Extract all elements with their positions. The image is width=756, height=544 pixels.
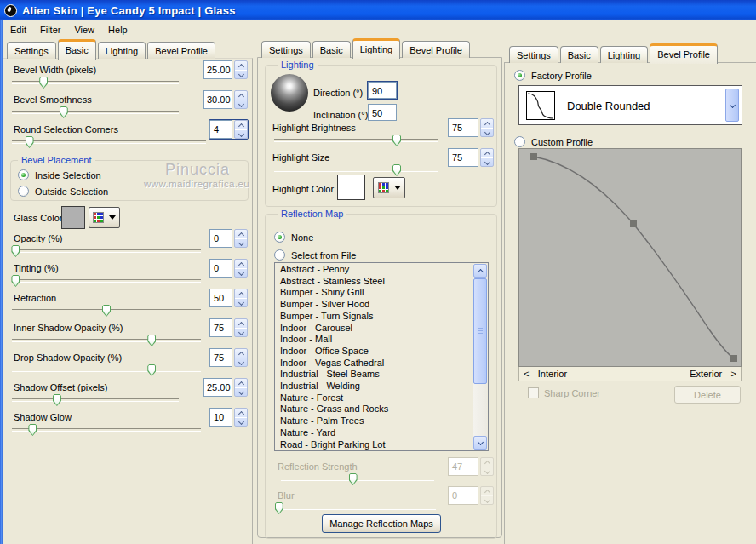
highlight-brightness-spinner[interactable]: 75 bbox=[448, 118, 494, 137]
highlight-color-picker-button[interactable] bbox=[373, 177, 405, 198]
list-scrollbar[interactable] bbox=[473, 264, 487, 450]
reflection-map-item[interactable]: Indoor - Vegas Cathedral bbox=[275, 358, 488, 369]
spin-down-icon[interactable] bbox=[235, 268, 247, 278]
highlight-color-swatch[interactable] bbox=[337, 175, 365, 200]
light-direction-ball[interactable] bbox=[271, 74, 308, 112]
menu-view[interactable]: View bbox=[67, 23, 101, 37]
glass-color-swatch[interactable] bbox=[61, 206, 85, 229]
scroll-up-icon[interactable] bbox=[473, 264, 487, 278]
highlight-size-slider-thumb[interactable] bbox=[392, 164, 401, 176]
reflection-none-radio[interactable] bbox=[274, 232, 285, 243]
right-tab-basic[interactable]: Basic bbox=[560, 46, 598, 63]
inside-selection-radio[interactable] bbox=[18, 169, 29, 180]
spin-down-icon[interactable] bbox=[235, 129, 247, 139]
highlight-brightness-slider[interactable] bbox=[274, 139, 438, 142]
round-corners-value[interactable]: 4 bbox=[209, 120, 232, 139]
spin-up-icon[interactable] bbox=[235, 319, 247, 328]
inner-shadow-slider-thumb[interactable] bbox=[147, 335, 156, 346]
bevel-width-spinner[interactable]: 25.00 bbox=[203, 60, 248, 79]
reflection-map-item[interactable]: Nature - Grass and Rocks bbox=[275, 404, 488, 415]
spin-up-icon[interactable] bbox=[235, 230, 247, 238]
dropdown-chevron-icon[interactable] bbox=[725, 89, 739, 122]
spin-down-icon[interactable] bbox=[235, 387, 247, 397]
shadow-glow-slider-thumb[interactable] bbox=[28, 424, 37, 436]
spin-down-icon[interactable] bbox=[481, 128, 493, 137]
reflection-map-item[interactable]: Industrial - Welding bbox=[275, 381, 488, 392]
scroll-down-icon[interactable] bbox=[473, 436, 487, 450]
reflection-map-item[interactable]: Bumper - Silver Hood bbox=[275, 299, 488, 311]
highlight-size-slider[interactable] bbox=[274, 169, 438, 172]
reflection-map-item[interactable]: Nature - Yard bbox=[275, 427, 488, 439]
spin-down-icon[interactable] bbox=[235, 417, 247, 427]
reflection-map-item[interactable]: Nature - Forest bbox=[275, 392, 488, 404]
reflection-map-item[interactable]: Bumper - Turn Signals bbox=[275, 311, 488, 323]
glass-color-picker-button[interactable] bbox=[89, 207, 120, 228]
tinting-spinner[interactable]: 0 bbox=[209, 259, 248, 278]
reflection-map-item[interactable]: Indoor - Mall bbox=[275, 334, 488, 346]
shadow-offset-spinner[interactable]: 25.00 bbox=[203, 378, 248, 397]
spin-up-icon[interactable] bbox=[235, 121, 247, 129]
right-tab-settings[interactable]: Settings bbox=[509, 46, 558, 63]
spin-up-icon[interactable] bbox=[235, 61, 247, 70]
opacity-spinner[interactable]: 0 bbox=[209, 229, 248, 248]
opacity-slider-thumb[interactable] bbox=[11, 245, 20, 257]
spin-up-icon[interactable] bbox=[235, 289, 247, 298]
bevel-width-slider[interactable] bbox=[12, 81, 179, 84]
refraction-value[interactable]: 50 bbox=[209, 289, 232, 307]
spin-up-icon[interactable] bbox=[235, 91, 247, 100]
bevel-smoothness-slider[interactable] bbox=[12, 111, 179, 114]
drop-shadow-spinner[interactable]: 75 bbox=[209, 348, 248, 367]
tinting-slider-thumb[interactable] bbox=[11, 275, 20, 287]
menu-help[interactable]: Help bbox=[101, 23, 135, 37]
inclination-input[interactable]: 50 bbox=[368, 104, 397, 121]
reflection-map-item[interactable]: Abstract - Stainless Steel bbox=[275, 276, 488, 288]
outside-selection-radio[interactable] bbox=[18, 186, 29, 197]
refraction-slider-thumb[interactable] bbox=[102, 305, 111, 317]
opacity-value[interactable]: 0 bbox=[209, 229, 232, 248]
custom-profile-radio[interactable] bbox=[514, 136, 525, 147]
middle-tab-lighting[interactable]: Lighting bbox=[352, 38, 401, 59]
tinting-slider[interactable] bbox=[12, 279, 201, 283]
highlight-size-spinner[interactable]: 75 bbox=[448, 148, 494, 167]
tinting-value[interactable]: 0 bbox=[209, 259, 232, 278]
spin-down-icon[interactable] bbox=[235, 100, 247, 109]
inner-shadow-slider[interactable] bbox=[12, 339, 201, 342]
reflection-map-item[interactable]: Bumper - Shiny Grill bbox=[275, 287, 488, 299]
bevel-smoothness-value[interactable]: 30.00 bbox=[203, 90, 232, 109]
scrollbar-thumb[interactable] bbox=[473, 278, 487, 384]
left-tab-bevel-profile[interactable]: Bevel Profile bbox=[147, 42, 215, 59]
spin-down-icon[interactable] bbox=[235, 70, 247, 79]
spin-up-icon[interactable] bbox=[235, 379, 247, 387]
manage-reflection-maps-button[interactable]: Manage Reflection Maps bbox=[322, 514, 441, 533]
reflection-map-item[interactable]: Indoor - Carousel bbox=[275, 323, 488, 335]
highlight-brightness-value[interactable]: 75 bbox=[448, 118, 478, 137]
inner-shadow-value[interactable]: 75 bbox=[209, 318, 232, 337]
menu-edit[interactable]: Edit bbox=[3, 23, 33, 37]
spin-up-icon[interactable] bbox=[235, 260, 247, 268]
reflection-map-item[interactable]: Industrial - Steel Beams bbox=[275, 369, 488, 381]
middle-tab-settings[interactable]: Settings bbox=[261, 41, 311, 58]
reflection-map-item[interactable]: Nature - Palm Trees bbox=[275, 415, 488, 427]
reflection-map-list[interactable]: Abstract - PennyAbstract - Stainless Ste… bbox=[274, 262, 489, 451]
shadow-glow-spinner[interactable]: 10 bbox=[209, 408, 248, 427]
middle-tab-bevel-profile[interactable]: Bevel Profile bbox=[402, 41, 470, 58]
menu-filter[interactable]: Filter bbox=[33, 23, 67, 37]
inner-shadow-spinner[interactable]: 75 bbox=[209, 318, 248, 337]
spin-down-icon[interactable] bbox=[481, 157, 493, 167]
round-corners-slider-thumb[interactable] bbox=[26, 136, 34, 148]
bevel-profile-curve-editor[interactable] bbox=[518, 148, 742, 367]
spin-up-icon[interactable] bbox=[481, 119, 493, 128]
factory-profile-radio[interactable] bbox=[514, 70, 525, 81]
drop-shadow-value[interactable]: 75 bbox=[209, 348, 232, 367]
middle-tab-basic[interactable]: Basic bbox=[312, 41, 351, 58]
spin-down-icon[interactable] bbox=[235, 328, 247, 337]
spin-down-icon[interactable] bbox=[235, 358, 247, 367]
bevel-smoothness-spinner[interactable]: 30.00 bbox=[203, 90, 248, 109]
bevel-width-slider-thumb[interactable] bbox=[39, 77, 48, 89]
round-corners-spinner[interactable]: 4 bbox=[209, 120, 248, 139]
right-tab-bevel-profile[interactable]: Bevel Profile bbox=[650, 43, 718, 64]
bevel-width-value[interactable]: 25.00 bbox=[203, 60, 232, 79]
left-tab-lighting[interactable]: Lighting bbox=[98, 42, 146, 59]
highlight-size-value[interactable]: 75 bbox=[448, 148, 478, 167]
shadow-offset-slider[interactable] bbox=[12, 398, 179, 402]
